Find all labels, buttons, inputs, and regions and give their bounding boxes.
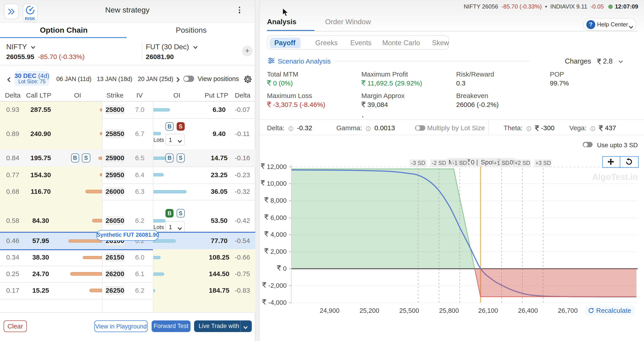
svg-text:|: | bbox=[476, 159, 478, 166]
svg-text:4,000: 4,000 bbox=[270, 231, 287, 238]
svg-text:+3 SD: +3 SD bbox=[535, 160, 551, 166]
svg-text:6,000: 6,000 bbox=[270, 214, 287, 221]
svg-text:25,800: 25,800 bbox=[439, 307, 459, 314]
svg-text:0: 0 bbox=[471, 159, 474, 166]
svg-text:-2 SD: -2 SD bbox=[432, 160, 446, 166]
svg-text:8,000: 8,000 bbox=[270, 197, 287, 204]
svg-text:AlgoTest.in: AlgoTest.in bbox=[592, 172, 638, 182]
svg-text:2,000: 2,000 bbox=[270, 248, 287, 255]
svg-text:-3 SD: -3 SD bbox=[411, 160, 425, 166]
svg-text:24,900: 24,900 bbox=[320, 307, 340, 314]
svg-text:12,000: 12,000 bbox=[267, 163, 287, 170]
svg-text:25,500: 25,500 bbox=[399, 307, 419, 314]
svg-text:10,000: 10,000 bbox=[267, 180, 287, 187]
svg-text:+1 SD: +1 SD bbox=[494, 160, 510, 166]
svg-text:26,700: 26,700 bbox=[558, 307, 578, 314]
svg-text:26,400: 26,400 bbox=[518, 307, 538, 314]
svg-text:-1 SD: -1 SD bbox=[452, 160, 467, 166]
svg-text:26,100: 26,100 bbox=[478, 307, 498, 314]
svg-text:+2 SD: +2 SD bbox=[514, 160, 530, 166]
svg-text:0: 0 bbox=[283, 265, 287, 272]
svg-text:25,200: 25,200 bbox=[360, 307, 380, 314]
svg-text:-4,000: -4,000 bbox=[268, 299, 287, 306]
svg-text:Recalculate: Recalculate bbox=[596, 307, 631, 314]
svg-text:-2,000: -2,000 bbox=[268, 282, 287, 289]
